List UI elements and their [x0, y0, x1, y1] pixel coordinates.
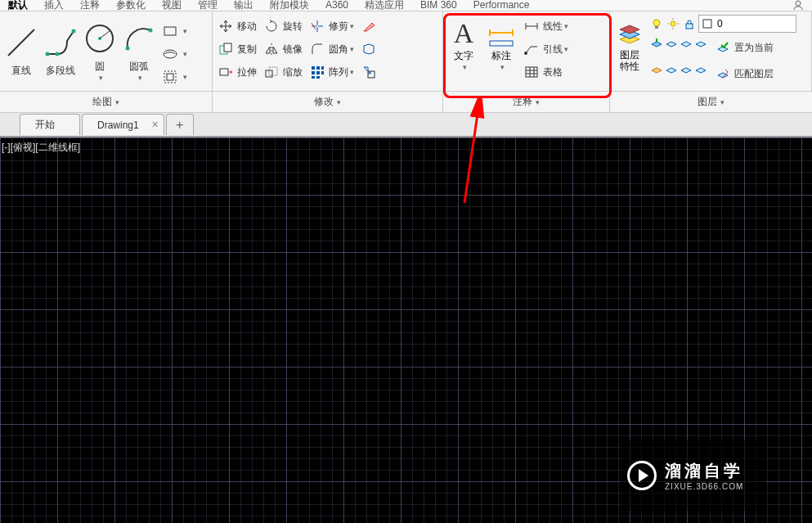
layer-mini4-icon[interactable]: [694, 36, 707, 49]
trim-button[interactable]: 修剪 ▾: [307, 15, 356, 38]
watermark-url: ZIXUE.3D66.COM: [665, 482, 743, 491]
bulb-icon[interactable]: [650, 17, 663, 30]
arc-label: 圆弧: [129, 60, 149, 74]
tab-drawing1-label: Drawing1: [97, 119, 139, 131]
array-button[interactable]: 阵列 ▾: [307, 61, 356, 83]
layer-mini5-icon[interactable]: [650, 62, 663, 75]
layer-mini2-icon[interactable]: [665, 36, 678, 49]
menu-annotate[interactable]: 注释: [72, 0, 108, 10]
region-button[interactable]: ▾: [160, 65, 189, 88]
tab-drawing1[interactable]: Drawing1 ×: [82, 114, 164, 135]
menu-insert[interactable]: 插入: [36, 0, 72, 10]
layer-props-icon: [616, 16, 644, 49]
ribbon: 直线 多段线 圆 ▾ 圆弧 ▾: [0, 11, 812, 92]
layer-mini1-icon[interactable]: [650, 36, 663, 49]
arc-button[interactable]: 圆弧 ▾: [119, 13, 159, 87]
layer-props-button[interactable]: 图层 特性: [612, 13, 648, 87]
svg-point-30: [524, 52, 527, 55]
erase-button[interactable]: [359, 15, 382, 38]
rotate-button[interactable]: 旋转: [262, 15, 304, 38]
copy-button[interactable]: 复制: [216, 38, 258, 61]
view-label[interactable]: [-][俯视][二维线框]: [2, 141, 80, 155]
menu-view[interactable]: 视图: [154, 0, 190, 10]
region-icon: [163, 70, 177, 84]
fillet-button[interactable]: 圆角 ▾: [307, 38, 356, 61]
layer-mini7-icon[interactable]: [680, 62, 693, 75]
linear-button[interactable]: 线性 ▾: [522, 15, 570, 38]
menu-featured[interactable]: 精选应用: [357, 0, 412, 10]
panel-layer: 图层 特性 0: [610, 11, 812, 91]
svg-rect-15: [224, 43, 231, 52]
svg-text:A: A: [454, 18, 474, 48]
stretch-button[interactable]: 拉伸: [216, 61, 258, 83]
array-icon: [310, 65, 325, 79]
stretch-label: 拉伸: [237, 65, 257, 79]
text-label: 文字: [454, 49, 473, 63]
scale-button[interactable]: 缩放: [262, 61, 304, 83]
close-icon[interactable]: ×: [152, 118, 159, 131]
svg-rect-23: [316, 71, 320, 74]
table-label: 表格: [543, 65, 563, 79]
erase-icon: [361, 19, 376, 34]
menu-parametric[interactable]: 参数化: [108, 0, 154, 10]
svg-rect-22: [312, 71, 315, 74]
layer-mini6-icon[interactable]: [665, 62, 678, 75]
svg-point-8: [126, 46, 130, 50]
layer-panel-title[interactable]: 图层▾: [610, 92, 812, 112]
explode-button[interactable]: [359, 38, 382, 61]
mirror-button[interactable]: 镜像: [262, 38, 304, 61]
fillet-label: 圆角: [329, 43, 348, 56]
draw-panel-title[interactable]: 绘图▾: [0, 92, 213, 112]
line-button[interactable]: 直线: [2, 13, 41, 87]
move-icon: [218, 19, 233, 34]
tab-start[interactable]: 开始: [20, 114, 80, 135]
stretch-icon: [218, 65, 233, 79]
layer-mini8-icon[interactable]: [694, 62, 707, 75]
layer-mini3-icon[interactable]: [680, 36, 693, 49]
menu-default[interactable]: 默认: [0, 0, 36, 10]
circle-label: 圆: [95, 60, 105, 74]
dim-button[interactable]: 标注 ▾: [482, 13, 520, 87]
line-label: 直线: [11, 64, 31, 78]
menubar: 默认 插入 注释 参数化 视图 管理 输出 附加模块 A360 精选应用 BIM…: [0, 0, 812, 11]
move-button[interactable]: 移动: [216, 15, 258, 38]
layer-props-label: 图层 特性: [620, 49, 639, 73]
polyline-icon: [43, 25, 79, 61]
tab-bar: 开始 Drawing1 × +: [0, 113, 812, 138]
linear-icon: [524, 19, 539, 34]
svg-rect-39: [686, 24, 693, 29]
table-button[interactable]: 表格: [522, 61, 570, 83]
rect-button[interactable]: ▾: [160, 20, 189, 43]
offset-button[interactable]: [359, 61, 382, 83]
text-button[interactable]: A 文字 ▾: [445, 13, 482, 87]
menu-user-icon[interactable]: ▾: [784, 0, 812, 11]
match-button[interactable]: 匹配图层: [713, 62, 775, 85]
svg-rect-33: [655, 26, 658, 29]
polyline-button[interactable]: 多段线: [41, 13, 80, 87]
hatch-button[interactable]: ▾: [160, 43, 189, 65]
menu-bim360[interactable]: BIM 360: [412, 0, 465, 10]
menu-output[interactable]: 输出: [226, 0, 262, 10]
tab-new[interactable]: +: [166, 114, 194, 135]
svg-rect-18: [269, 67, 277, 75]
sun-icon[interactable]: [666, 17, 680, 30]
circle-button[interactable]: 圆 ▾: [80, 13, 119, 87]
lock-icon[interactable]: [683, 17, 696, 30]
menu-addins[interactable]: 附加模块: [262, 0, 317, 10]
menu-a360[interactable]: A360: [317, 0, 357, 10]
annotate-panel-title[interactable]: 注释▾: [443, 92, 610, 112]
hatch-icon: [163, 47, 177, 61]
match-label: 匹配图层: [734, 67, 774, 81]
mirror-icon: [264, 42, 279, 56]
menu-manage[interactable]: 管理: [190, 0, 226, 10]
setcurrent-button[interactable]: 置为当前: [713, 36, 775, 59]
menu-performance[interactable]: Performance: [465, 0, 538, 10]
svg-rect-26: [316, 76, 320, 79]
modify-panel-title[interactable]: 修改▾: [213, 92, 443, 112]
drawing-canvas[interactable]: [-][俯视][二维线框] 溜溜自学 ZIXUE.3D66.COM: [0, 138, 812, 523]
rotate-label: 旋转: [283, 20, 303, 34]
leader-button[interactable]: 引线 ▾: [522, 38, 570, 61]
layer-selector[interactable]: 0: [698, 15, 796, 33]
svg-line-1: [8, 29, 34, 56]
copy-label: 复制: [237, 43, 257, 56]
